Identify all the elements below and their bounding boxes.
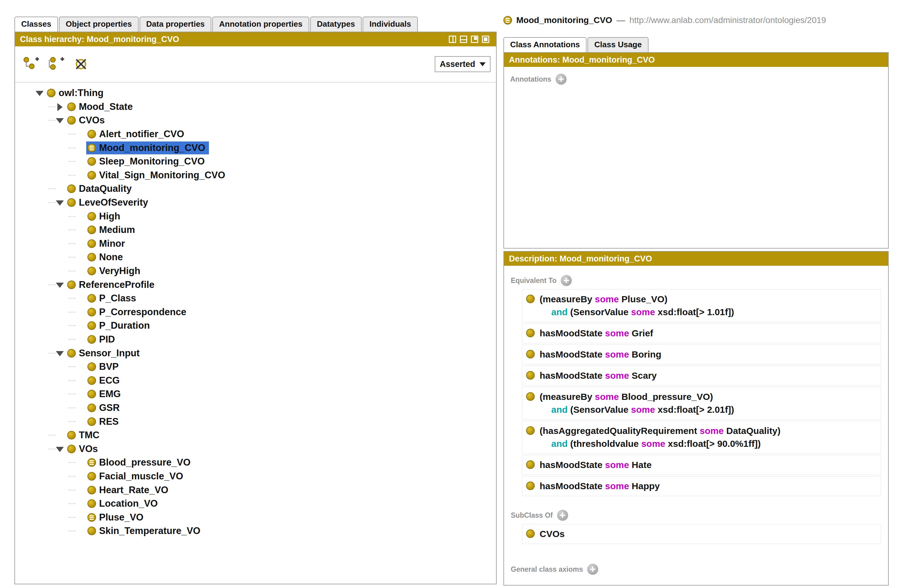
tree-node-chip[interactable]: P_Correspondence xyxy=(86,306,190,318)
main-tab-datatypes[interactable]: Datatypes xyxy=(310,17,362,32)
delete-class-button[interactable] xyxy=(71,55,91,74)
tree-row-owl-thing[interactable]: owl:Thing xyxy=(17,86,494,100)
tree-node-chip[interactable]: P_Duration xyxy=(86,319,153,332)
float-panel-icon[interactable] xyxy=(471,35,478,43)
tree-row-res[interactable]: RES xyxy=(17,415,494,429)
axiom-row[interactable]: hasMoodState some Happy xyxy=(522,476,881,496)
expand-toggle-icon[interactable] xyxy=(55,281,63,289)
tree-node-chip[interactable]: ECG xyxy=(86,374,123,387)
tree-node-chip[interactable]: LeveOfSeverity xyxy=(66,196,152,209)
tree-row-tmc[interactable]: TMC xyxy=(17,429,494,442)
add-subclass-button[interactable] xyxy=(21,55,41,74)
tree-row-alert-notifier-cvo[interactable]: Alert_notifier_CVO xyxy=(17,127,494,141)
expand-toggle-icon[interactable] xyxy=(35,89,43,97)
tree-row-referenceprofile[interactable]: ReferenceProfile xyxy=(17,278,494,291)
axiom-row[interactable]: hasMoodState some Hate xyxy=(522,455,881,475)
expand-toggle-icon[interactable] xyxy=(55,116,63,124)
expand-toggle-icon[interactable] xyxy=(55,349,63,357)
axiom-row[interactable]: hasMoodState some Boring xyxy=(522,345,881,364)
main-tab-annotation-properties[interactable]: Annotation properties xyxy=(212,17,309,32)
tree-row-p-class[interactable]: P_Class xyxy=(17,291,494,305)
tree-row-cvos[interactable]: CVOs xyxy=(17,113,494,127)
main-tab-object-properties[interactable]: Object properties xyxy=(59,17,138,32)
tree-row-pid[interactable]: PID xyxy=(17,333,494,346)
tree-node-chip[interactable]: owl:Thing xyxy=(46,87,107,100)
tree-node-chip[interactable]: Mood_State xyxy=(66,100,136,113)
expand-toggle-icon[interactable] xyxy=(55,199,63,207)
tree-row-sleep-monitoring-cvo[interactable]: Sleep_Monitoring_CVO xyxy=(17,155,494,168)
tree-row-mood-state[interactable]: Mood_State xyxy=(17,100,494,114)
tree-row-emg[interactable]: EMG xyxy=(17,387,494,401)
tree-row-minor[interactable]: Minor xyxy=(17,237,494,251)
class-view-tab-class-usage[interactable]: Class Usage xyxy=(588,37,649,52)
tree-row-gsr[interactable]: GSR xyxy=(17,401,494,415)
tree-node-chip[interactable]: ReferenceProfile xyxy=(66,278,158,291)
main-tab-individuals[interactable]: Individuals xyxy=(363,17,418,32)
class-view-tab-class-annotations[interactable]: Class Annotations xyxy=(504,37,586,52)
tree-row-leveofseverity[interactable]: LeveOfSeverity xyxy=(17,196,494,210)
tree-row-dataquality[interactable]: DataQuality xyxy=(17,182,494,196)
tree-node-chip[interactable]: VeryHigh xyxy=(86,265,144,277)
add-superclass-button[interactable]: + xyxy=(557,510,568,521)
tree-node-chip[interactable]: Mood_monitoring_CVO xyxy=(86,141,209,155)
tree-node-chip[interactable]: Facial_muscle_VO xyxy=(86,470,187,483)
main-tab-classes[interactable]: Classes xyxy=(14,17,58,32)
tree-node-chip[interactable]: Medium xyxy=(86,224,139,236)
tree-row-high[interactable]: High xyxy=(17,209,494,223)
add-annotation-button[interactable]: + xyxy=(556,74,566,85)
tree-node-chip[interactable]: Alert_notifier_CVO xyxy=(86,128,188,141)
tree-row-medium[interactable]: Medium xyxy=(17,223,494,237)
expand-toggle-icon[interactable] xyxy=(55,103,63,111)
split-panel-icon[interactable] xyxy=(449,35,456,43)
tree-node-chip[interactable]: CVOs xyxy=(66,114,108,127)
maximize-panel-icon[interactable] xyxy=(482,35,489,43)
tree-node-chip[interactable]: None xyxy=(86,251,127,263)
tree-row-bvp[interactable]: BVP xyxy=(17,360,494,374)
tree-node-chip[interactable]: Blood_pressure_VO xyxy=(86,456,194,469)
add-general-axiom-button[interactable]: + xyxy=(587,564,598,575)
tree-row-location-vo[interactable]: Location_VO xyxy=(17,497,494,511)
tree-row-mood-monitoring-cvo[interactable]: Mood_monitoring_CVO xyxy=(17,141,494,155)
tree-node-chip[interactable]: DataQuality xyxy=(66,182,135,195)
tree-node-chip[interactable]: Pluse_VO xyxy=(86,511,147,524)
tree-row-heart-rate-vo[interactable]: Heart_Rate_VO xyxy=(17,483,494,497)
tree-row-pluse-vo[interactable]: Pluse_VO xyxy=(17,510,494,524)
tree-node-chip[interactable]: Skin_Temperature_VO xyxy=(86,524,204,537)
tree-row-vos[interactable]: VOs xyxy=(17,442,494,456)
tree-node-chip[interactable]: Location_VO xyxy=(86,497,161,510)
tree-row-facial-muscle-vo[interactable]: Facial_muscle_VO xyxy=(17,470,494,483)
tree-node-chip[interactable]: EMG xyxy=(86,387,124,401)
tree-node-chip[interactable]: GSR xyxy=(86,401,123,414)
tree-node-chip[interactable]: PID xyxy=(86,333,119,346)
tree-row-p-correspondence[interactable]: P_Correspondence xyxy=(17,305,494,319)
add-sibling-class-button[interactable] xyxy=(46,55,66,74)
axiom-row[interactable]: (measureBy some Blood_pressure_VO)and (S… xyxy=(522,387,881,420)
axiom-row[interactable]: CVOs xyxy=(522,524,881,544)
tree-row-vital-sign-monitoring-cvo[interactable]: Vital_Sign_Monitoring_CVO xyxy=(17,168,494,182)
add-equivalent-class-button[interactable]: + xyxy=(561,275,572,286)
tree-node-chip[interactable]: VOs xyxy=(66,443,101,455)
tree-node-chip[interactable]: Minor xyxy=(86,237,129,250)
tree-row-p-duration[interactable]: P_Duration xyxy=(17,319,494,333)
tree-row-none[interactable]: None xyxy=(17,250,494,264)
tree-node-chip[interactable]: Sensor_Input xyxy=(66,347,143,360)
axiom-row[interactable]: hasMoodState some Grief xyxy=(522,323,881,343)
tree-node-chip[interactable]: P_Class xyxy=(86,292,140,305)
tree-node-chip[interactable]: Heart_Rate_VO xyxy=(86,484,172,496)
tree-node-chip[interactable]: Sleep_Monitoring_CVO xyxy=(86,155,208,168)
tree-row-veryhigh[interactable]: VeryHigh xyxy=(17,264,494,278)
tree-row-sensor-input[interactable]: Sensor_Input xyxy=(17,346,494,360)
expand-toggle-icon[interactable] xyxy=(55,445,63,453)
tree-node-chip[interactable]: High xyxy=(86,210,124,223)
tree-row-ecg[interactable]: ECG xyxy=(17,374,494,387)
tree-node-chip[interactable]: BVP xyxy=(86,360,122,373)
tree-node-chip[interactable]: Vital_Sign_Monitoring_CVO xyxy=(86,169,229,182)
minimize-panel-icon[interactable] xyxy=(460,35,467,43)
axiom-row[interactable]: (measureBy some Pluse_VO)and (SensorValu… xyxy=(522,289,881,322)
main-tab-data-properties[interactable]: Data properties xyxy=(139,17,212,32)
axiom-row[interactable]: (hasAggregatedQualityRequirement some Da… xyxy=(522,421,881,454)
tree-node-chip[interactable]: RES xyxy=(86,415,122,428)
tree-node-chip[interactable]: TMC xyxy=(66,429,103,442)
asserted-dropdown[interactable]: Asserted xyxy=(435,56,491,72)
axiom-row[interactable]: hasMoodState some Scary xyxy=(522,366,881,386)
